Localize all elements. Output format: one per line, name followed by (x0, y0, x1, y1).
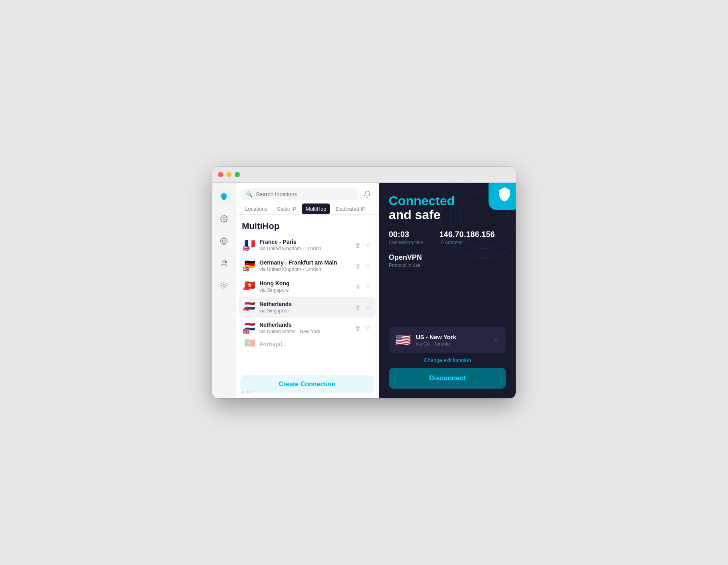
connection-time-stat: 00:03 Connection time (389, 230, 423, 245)
flag-partial: 🇵🇹 (243, 338, 255, 350)
flag-netherlands-sg: 🇳🇱 🇸🇬 (243, 301, 255, 314)
svg-point-0 (223, 218, 225, 220)
star-icon[interactable]: ☆ (365, 303, 372, 312)
current-location-flag: 🇺🇸 (395, 332, 411, 348)
location-actions: 🗑 ☆ (354, 303, 372, 312)
protocol-section: OpenVPN Protocol in use (389, 253, 506, 268)
location-item[interactable]: 🇫🇷 🇬🇧 France - Paris via United Kingdom … (239, 235, 376, 255)
location-name: Hong Kong (259, 280, 350, 286)
notification-bell-icon[interactable] (361, 188, 373, 200)
current-location-name: US - New York (416, 334, 489, 340)
location-list: 🇫🇷 🇬🇧 France - Paris via United Kingdom … (235, 235, 379, 372)
location-name: Germany - Frankfurt am Main (259, 259, 350, 266)
current-location-info: US - New York via CA - Toronto (416, 334, 489, 347)
location-info: Germany - Frankfurt am Main via United K… (259, 259, 350, 272)
location-name: Portugal... (259, 341, 372, 348)
star-icon[interactable]: ☆ (365, 282, 372, 291)
star-icon[interactable]: ☆ (365, 241, 372, 249)
connected-title: Connected and safe (389, 194, 506, 222)
star-icon[interactable]: ☆ (365, 261, 372, 270)
location-info: Netherlands via Singapore (259, 301, 350, 314)
tab-static-ip[interactable]: Static IP (273, 203, 300, 214)
location-item[interactable]: 🇩🇪 🇬🇧 Germany - Frankfurt am Main via Un… (239, 255, 376, 276)
tab-locations[interactable]: Locations (241, 203, 271, 214)
location-info: Hong Kong via Singapore (259, 280, 350, 293)
flag-netherlands-us: 🇳🇱 🇺🇸 (243, 322, 255, 334)
favorite-star-icon[interactable]: ☆ (493, 336, 500, 344)
location-item-selected[interactable]: 🇳🇱 🇸🇬 Netherlands via Singapore 🗑 ☆ (239, 297, 376, 318)
search-icon: 🔍 (246, 191, 253, 198)
flag-germany: 🇩🇪 🇬🇧 (243, 259, 255, 272)
location-name: France - Paris (259, 239, 350, 245)
location-via: via United Kingdom - London (259, 267, 350, 272)
connection-time-value: 00:03 (389, 230, 423, 239)
panel-title: MultiHop (235, 215, 379, 235)
change-exit-location-link[interactable]: Change exit location (389, 357, 506, 363)
disconnect-button[interactable]: Disconnect (389, 368, 506, 389)
sidebar-icon-settings[interactable] (217, 211, 231, 226)
close-button[interactable] (218, 172, 223, 177)
location-via: via Singapore (259, 287, 350, 293)
location-actions: 🗑 ☆ (354, 241, 372, 249)
app-body: 🔍 Locations Static IP MultiHop Dedicated… (212, 183, 516, 398)
location-actions: 🗑 ☆ (354, 261, 372, 270)
tab-dedicated-ip[interactable]: Dedicated IP (332, 203, 369, 214)
connection-time-label: Connection time (389, 240, 423, 245)
location-actions: 🗑 ☆ (354, 282, 372, 291)
location-name: Netherlands (259, 322, 350, 328)
tab-multihop[interactable]: MultiHop (302, 203, 330, 214)
delete-icon[interactable]: 🗑 (354, 303, 362, 312)
search-bar: 🔍 (235, 183, 379, 203)
left-panel: 🔍 Locations Static IP MultiHop Dedicated… (235, 183, 379, 398)
location-info: Portugal... (259, 341, 372, 348)
ip-value: 146.70.186.156 (439, 230, 495, 239)
ip-address-stat: 146.70.186.156 IP Address (439, 230, 495, 245)
ip-label: IP Address (439, 240, 495, 245)
delete-icon[interactable]: 🗑 (354, 241, 362, 249)
protocol-label: Protocol in use (389, 263, 506, 268)
right-panel: Connected and safe 00:03 Connection time… (379, 183, 516, 398)
search-input[interactable] (256, 191, 353, 198)
delete-icon[interactable]: 🗑 (354, 282, 362, 291)
safe-word: and safe (389, 207, 441, 222)
location-info: France - Paris via United Kingdom - Lond… (259, 239, 350, 251)
sidebar-icon-globe[interactable] (217, 234, 231, 248)
sidebar-icon-gear[interactable] (217, 279, 231, 293)
tab-bar: Locations Static IP MultiHop Dedicated I… (235, 203, 379, 215)
sidebar (212, 183, 235, 398)
sidebar-icon-shield[interactable] (217, 189, 231, 203)
minimize-button[interactable] (226, 172, 231, 177)
sidebar-icon-account[interactable] (217, 256, 231, 271)
create-connection-button[interactable]: Create Connection (240, 375, 374, 393)
location-item[interactable]: 🇳🇱 🇺🇸 Netherlands via United States - Ne… (239, 318, 376, 338)
version-label: 4.15.1 (241, 390, 253, 395)
stats-row: 00:03 Connection time 146.70.186.156 IP … (389, 230, 506, 245)
delete-icon[interactable]: 🗑 (354, 324, 362, 332)
app-window: 🔍 Locations Static IP MultiHop Dedicated… (212, 167, 516, 398)
svg-point-7 (223, 285, 225, 287)
location-item-partial[interactable]: 🇵🇹 Portugal... (239, 338, 376, 350)
location-item[interactable]: 🇭🇰 🇸🇬 Hong Kong via Singapore 🗑 ☆ (239, 276, 376, 297)
current-location-via: via CA - Toronto (416, 341, 489, 347)
location-via: via United Kingdom - London (259, 246, 350, 251)
current-location-card: 🇺🇸 US - New York via CA - Toronto ☆ (389, 327, 506, 353)
location-via: via United States - New York (259, 329, 350, 334)
location-info: Netherlands via United States - New York (259, 322, 350, 334)
location-via: via Singapore (259, 308, 350, 314)
location-actions: 🗑 ☆ (354, 324, 372, 332)
search-input-wrapper[interactable]: 🔍 (241, 188, 358, 200)
maximize-button[interactable] (235, 172, 240, 177)
title-bar (212, 167, 516, 183)
delete-icon[interactable]: 🗑 (354, 262, 362, 270)
protocol-value: OpenVPN (389, 253, 506, 262)
star-icon[interactable]: ☆ (365, 324, 372, 332)
connected-word: Connected (389, 194, 455, 208)
flag-hongkong: 🇭🇰 🇸🇬 (243, 280, 255, 293)
location-name: Netherlands (259, 301, 350, 307)
flag-france: 🇫🇷 🇬🇧 (243, 239, 255, 251)
